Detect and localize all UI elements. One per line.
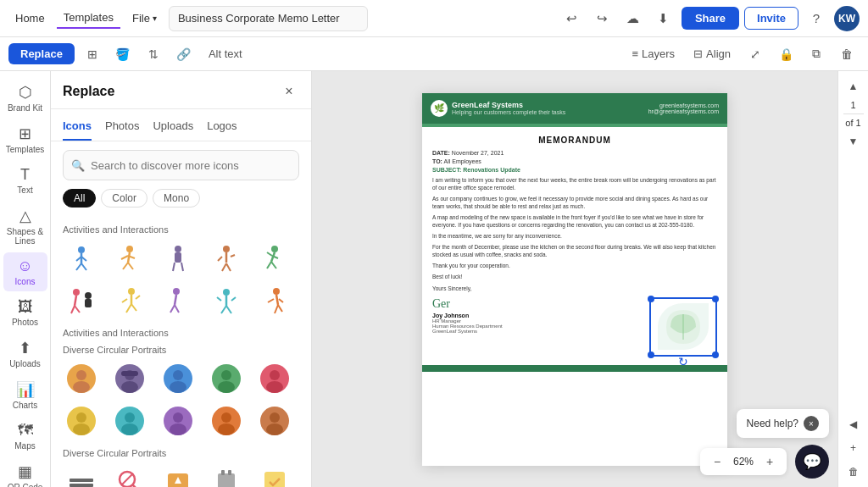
download-button[interactable]: ⬇: [651, 6, 676, 31]
list-item[interactable]: [159, 402, 197, 440]
filter-color[interactable]: Color: [101, 189, 147, 208]
lock-button[interactable]: 🔒: [773, 42, 798, 67]
tab-uploads[interactable]: Uploads: [153, 116, 193, 141]
templates-button[interactable]: Templates: [57, 8, 120, 29]
list-item[interactable]: [256, 282, 293, 319]
svg-point-22: [271, 246, 278, 252]
zoom-out-button[interactable]: −: [707, 451, 727, 472]
link-button[interactable]: 🔗: [171, 42, 197, 67]
list-item[interactable]: [256, 360, 293, 397]
collapse-button[interactable]: ◀: [842, 412, 865, 436]
document-title-input[interactable]: [169, 6, 369, 31]
image-selection-box[interactable]: ↻: [649, 297, 717, 357]
sidebar-item-qrcode[interactable]: ▦ QR Code: [3, 457, 47, 487]
list-item[interactable]: [208, 360, 245, 397]
list-item[interactable]: [111, 282, 148, 319]
share-button[interactable]: Share: [682, 7, 739, 30]
flip-button[interactable]: ⇅: [141, 42, 166, 67]
sidebar-item-shapes[interactable]: △ Shapes & Lines: [3, 202, 47, 251]
list-item[interactable]: [63, 282, 100, 319]
sidebar-item-brand-kit[interactable]: ⬡ Brand Kit: [3, 78, 47, 118]
help-button[interactable]: ?: [804, 6, 829, 31]
svg-point-71: [270, 370, 280, 380]
replace-panel-close-button[interactable]: ×: [279, 81, 299, 102]
alt-text-label: Alt text: [202, 47, 249, 60]
list-item[interactable]: [159, 282, 197, 319]
list-item[interactable]: [63, 360, 100, 397]
sidebar-item-templates[interactable]: ⊞ Templates: [3, 119, 47, 159]
svg-line-10: [121, 256, 128, 259]
tab-icons[interactable]: Icons: [63, 116, 92, 141]
duplicate-button[interactable]: ⧉: [804, 42, 829, 67]
svg-line-4: [76, 263, 81, 270]
help-circle-button[interactable]: 💬: [795, 445, 829, 479]
filter-all[interactable]: All: [63, 189, 96, 208]
list-item[interactable]: [63, 402, 100, 440]
sidebar-item-charts[interactable]: 📊 Charts: [3, 375, 47, 415]
filter-tabs: All Color Mono: [51, 189, 311, 214]
paint-bucket-button[interactable]: 🪣: [110, 42, 136, 67]
svg-rect-34: [85, 299, 92, 307]
page-number: 1: [849, 98, 857, 112]
undo-button[interactable]: ↩: [559, 6, 585, 31]
list-item[interactable]: [111, 360, 148, 397]
list-item[interactable]: [111, 463, 148, 487]
layers-button[interactable]: ≡ Layers: [625, 44, 682, 64]
filter-mono[interactable]: Mono: [153, 189, 200, 208]
image-crop-button[interactable]: ⊞: [80, 42, 105, 67]
list-item[interactable]: [208, 402, 245, 440]
align-button[interactable]: ⊟ Align: [687, 44, 737, 64]
list-item[interactable]: [63, 463, 100, 487]
list-item[interactable]: [256, 463, 293, 487]
list-item[interactable]: [63, 240, 100, 277]
svg-line-20: [218, 257, 222, 261]
svg-point-80: [173, 412, 183, 423]
corner-handle-tl[interactable]: [648, 296, 654, 302]
resize-button[interactable]: ⤢: [743, 42, 768, 67]
sidebar-item-maps[interactable]: 🗺 Maps: [3, 417, 47, 456]
sidebar-item-uploads[interactable]: ⬆ Uploads: [3, 334, 47, 374]
list-item[interactable]: [111, 240, 148, 277]
list-item[interactable]: [208, 282, 245, 319]
replace-button[interactable]: Replace: [8, 43, 75, 64]
sidebar-item-photos[interactable]: 🖼 Photos: [3, 293, 47, 332]
brand-kit-icon: ⬡: [19, 83, 32, 102]
avatar[interactable]: KW: [834, 6, 860, 31]
photos-icon: 🖼: [18, 298, 33, 316]
invite-button[interactable]: Invite: [744, 7, 798, 30]
page-up-button[interactable]: ▲: [842, 75, 865, 98]
svg-point-66: [170, 381, 186, 393]
list-item[interactable]: [256, 402, 293, 440]
search-input[interactable]: [63, 150, 299, 180]
company-name: GreenLeaf Systems: [452, 101, 565, 109]
templates-icon: ⊞: [19, 125, 31, 143]
delete-button[interactable]: 🗑: [834, 42, 860, 67]
sidebar-item-text[interactable]: T Text: [3, 161, 47, 200]
page-down-button[interactable]: ▼: [842, 130, 865, 153]
corner-handle-br[interactable]: [712, 351, 719, 358]
file-menu-button[interactable]: File ▾: [125, 8, 164, 28]
sidebar-item-icons[interactable]: ☺ Icons: [3, 252, 47, 291]
list-item[interactable]: [256, 240, 293, 277]
remove-page-button[interactable]: 🗑: [842, 460, 865, 484]
tab-logos[interactable]: Logos: [207, 116, 236, 141]
cloud-save-button[interactable]: ☁: [620, 6, 646, 31]
list-item[interactable]: [159, 360, 197, 397]
list-item[interactable]: [159, 463, 197, 487]
home-button[interactable]: Home: [8, 8, 52, 28]
redo-button[interactable]: ↪: [590, 6, 615, 31]
help-bubble: Need help? × 💬: [737, 409, 829, 479]
list-item[interactable]: [208, 463, 245, 487]
list-item[interactable]: [208, 240, 245, 277]
svg-line-43: [170, 305, 175, 313]
corner-handle-bl[interactable]: [648, 351, 654, 358]
svg-rect-96: [221, 470, 225, 475]
add-page-button[interactable]: +: [842, 436, 865, 460]
help-tooltip-close[interactable]: ×: [804, 416, 819, 431]
list-item[interactable]: [111, 402, 148, 440]
rotate-button[interactable]: ↻: [678, 355, 688, 368]
list-item[interactable]: [159, 240, 197, 277]
svg-line-54: [278, 305, 282, 312]
corner-handle-tr[interactable]: [712, 296, 719, 302]
tab-photos[interactable]: Photos: [105, 116, 139, 141]
